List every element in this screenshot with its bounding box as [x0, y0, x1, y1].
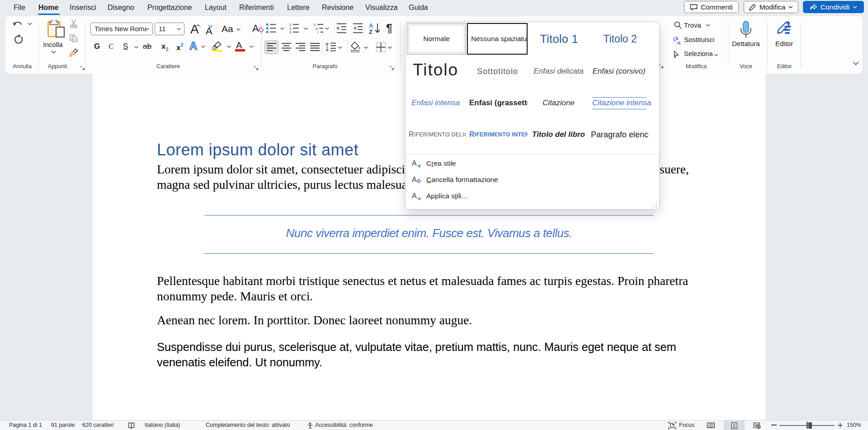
svg-text:A: A — [412, 192, 417, 200]
svg-text:Z: Z — [369, 28, 373, 34]
svg-text:A: A — [412, 159, 417, 167]
svg-text:A: A — [369, 23, 373, 29]
svg-text:A: A — [412, 176, 417, 183]
svg-text:3: 3 — [289, 30, 291, 33]
svg-text:i: i — [317, 30, 318, 33]
svg-text:c: c — [679, 41, 681, 45]
